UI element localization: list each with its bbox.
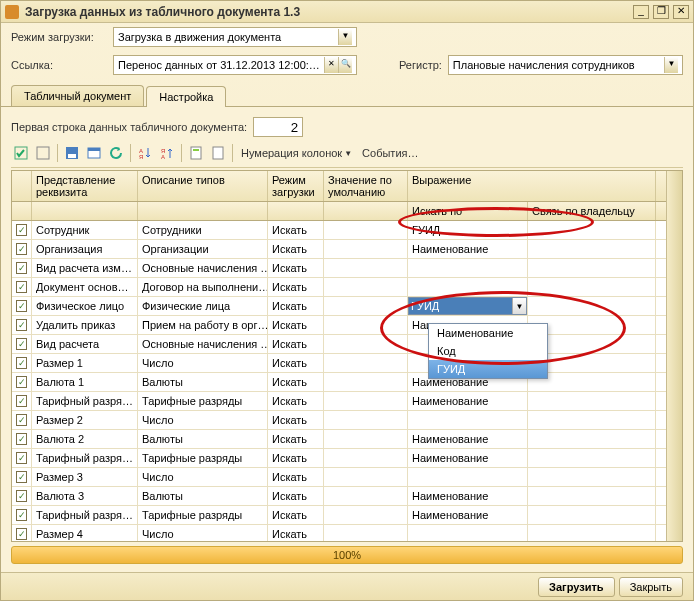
cell-ownerlink[interactable] — [528, 449, 656, 467]
cell-mode[interactable]: Искать — [268, 259, 324, 277]
cell-types[interactable]: Организации — [138, 240, 268, 258]
col-mode[interactable]: Режим загрузки — [268, 171, 324, 201]
cell-types[interactable]: Договор на выполнени… — [138, 278, 268, 296]
cell-repr[interactable]: Вид расчета изм… — [32, 259, 138, 277]
table-row[interactable]: ✓Размер 1ЧислоИскать — [12, 354, 666, 373]
cell-types[interactable]: Число — [138, 354, 268, 372]
cell-searchby[interactable] — [408, 411, 528, 429]
cell-repr[interactable]: Валюта 1 — [32, 373, 138, 391]
cell-repr[interactable]: Физическое лицо — [32, 297, 138, 315]
cell-searchby[interactable]: Наименование — [408, 449, 528, 467]
sort-desc-icon[interactable]: ЯА — [157, 143, 177, 163]
col-repr[interactable]: Представление реквизита — [32, 171, 138, 201]
cell-types[interactable]: Тарифные разряды — [138, 392, 268, 410]
link-combo[interactable]: Перенос данных от 31.12.2013 12:00:0… ✕ … — [113, 55, 357, 75]
cell-mode[interactable]: Искать — [268, 335, 324, 353]
tab-document[interactable]: Табличный документ — [11, 85, 144, 106]
cell-mode[interactable]: Искать — [268, 278, 324, 296]
cell-types[interactable]: Валюты — [138, 487, 268, 505]
cell-searchby[interactable] — [408, 278, 528, 296]
cell-repr[interactable]: Тарифный разря… — [32, 392, 138, 410]
cell-repr[interactable]: Удалить приказ — [32, 316, 138, 334]
cell-mode[interactable]: Искать — [268, 316, 324, 334]
cell-default[interactable] — [324, 411, 408, 429]
cell-searchby[interactable] — [408, 525, 528, 541]
cell-default[interactable] — [324, 468, 408, 486]
cell-ownerlink[interactable] — [528, 392, 656, 410]
row-checkbox[interactable]: ✓ — [12, 506, 32, 524]
cell-searchby[interactable]: ГУИД▼ — [408, 297, 528, 315]
cell-repr[interactable]: Сотрудник — [32, 221, 138, 239]
cell-types[interactable]: Сотрудники — [138, 221, 268, 239]
cell-mode[interactable]: Искать — [268, 240, 324, 258]
row-checkbox[interactable]: ✓ — [12, 316, 32, 334]
row-checkbox[interactable]: ✓ — [12, 221, 32, 239]
cell-mode[interactable]: Искать — [268, 354, 324, 372]
cell-repr[interactable]: Тарифный разря… — [32, 449, 138, 467]
cell-repr[interactable]: Тарифный разря… — [32, 506, 138, 524]
cell-mode[interactable]: Искать — [268, 373, 324, 391]
cell-default[interactable] — [324, 525, 408, 541]
cell-types[interactable]: Основные начисления … — [138, 259, 268, 277]
grid-body[interactable]: ✓СотрудникСотрудникиИскатьГУИД✓Организац… — [12, 221, 666, 541]
row-checkbox[interactable]: ✓ — [12, 297, 32, 315]
cell-default[interactable] — [324, 335, 408, 353]
dropdown-option[interactable]: ГУИД — [429, 360, 547, 378]
column-numbering-dropdown[interactable]: Нумерация колонок▼ — [237, 143, 356, 163]
cell-types[interactable]: Тарифные разряды — [138, 506, 268, 524]
sort-asc-icon[interactable]: АЯ — [135, 143, 155, 163]
cell-default[interactable] — [324, 221, 408, 239]
cell-searchby[interactable]: Наименование — [408, 487, 528, 505]
cell-repr[interactable]: Размер 4 — [32, 525, 138, 541]
events-button[interactable]: События… — [358, 143, 422, 163]
cell-ownerlink[interactable] — [528, 506, 656, 524]
table-row[interactable]: ✓Валюта 1ВалютыИскатьНаименование — [12, 373, 666, 392]
refresh-icon[interactable] — [106, 143, 126, 163]
cell-default[interactable] — [324, 487, 408, 505]
cell-default[interactable] — [324, 449, 408, 467]
register-combo[interactable]: Плановые начисления сотрудников ▼ — [448, 55, 683, 75]
cell-ownerlink[interactable] — [528, 487, 656, 505]
row-checkbox[interactable]: ✓ — [12, 373, 32, 391]
cell-ownerlink[interactable] — [528, 278, 656, 296]
cell-searchby[interactable]: Наименование — [408, 430, 528, 448]
chevron-down-icon[interactable]: ▼ — [338, 29, 352, 45]
new-sheet-icon[interactable] — [186, 143, 206, 163]
row-checkbox[interactable]: ✓ — [12, 240, 32, 258]
row-checkbox[interactable]: ✓ — [12, 430, 32, 448]
cell-repr[interactable]: Валюта 3 — [32, 487, 138, 505]
cell-types[interactable]: Валюты — [138, 430, 268, 448]
cell-ownerlink[interactable] — [528, 411, 656, 429]
col-types[interactable]: Описание типов — [138, 171, 268, 201]
chevron-down-icon[interactable]: ▼ — [664, 57, 678, 73]
row-checkbox[interactable]: ✓ — [12, 411, 32, 429]
minimize-button[interactable]: _ — [633, 5, 649, 19]
row-checkbox[interactable]: ✓ — [12, 354, 32, 372]
cell-default[interactable] — [324, 506, 408, 524]
cell-mode[interactable]: Искать — [268, 221, 324, 239]
maximize-button[interactable]: ❐ — [653, 5, 669, 19]
row-checkbox[interactable]: ✓ — [12, 525, 32, 541]
cell-default[interactable] — [324, 373, 408, 391]
row-checkbox[interactable]: ✓ — [12, 449, 32, 467]
table-row[interactable]: ✓Тарифный разря…Тарифные разрядыИскатьНа… — [12, 506, 666, 525]
cell-default[interactable] — [324, 316, 408, 334]
cell-ownerlink[interactable] — [528, 259, 656, 277]
cell-types[interactable]: Число — [138, 411, 268, 429]
cell-ownerlink[interactable] — [528, 221, 656, 239]
table-row[interactable]: ✓Документ основ…Договор на выполнени…Иск… — [12, 278, 666, 297]
cell-searchby[interactable]: Наименование — [408, 506, 528, 524]
table-row[interactable]: ✓Вид расчета изм…Основные начисления …Ис… — [12, 259, 666, 278]
load-button[interactable]: Загрузить — [538, 577, 615, 597]
cell-repr[interactable]: Размер 2 — [32, 411, 138, 429]
dropdown-option[interactable]: Наименование — [429, 324, 547, 342]
table-row[interactable]: ✓Размер 2ЧислоИскать — [12, 411, 666, 430]
cell-ownerlink[interactable] — [528, 297, 656, 315]
col-checkbox[interactable] — [12, 171, 32, 201]
cell-mode[interactable]: Искать — [268, 525, 324, 541]
table-row[interactable]: ✓Валюта 2ВалютыИскатьНаименование — [12, 430, 666, 449]
cell-ownerlink[interactable] — [528, 468, 656, 486]
cell-searchby[interactable] — [408, 468, 528, 486]
cell-default[interactable] — [324, 240, 408, 258]
cell-types[interactable]: Основные начисления … — [138, 335, 268, 353]
